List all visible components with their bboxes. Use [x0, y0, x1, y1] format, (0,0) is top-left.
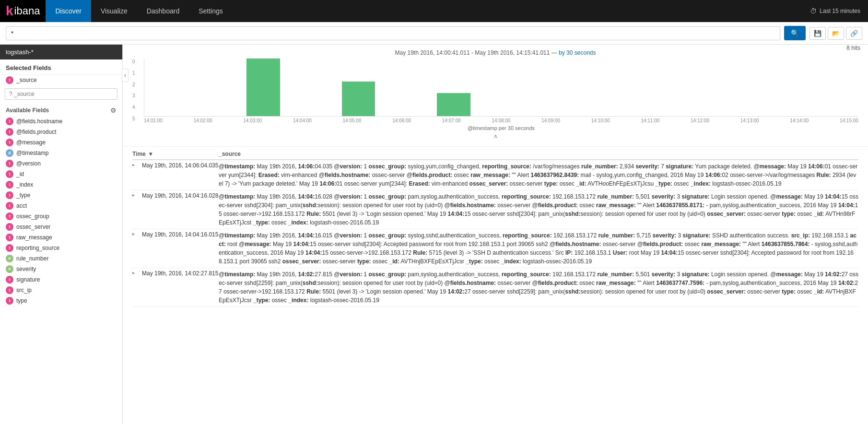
search-input[interactable]	[6, 26, 780, 40]
table-row: ▸ May 19th, 2016, 14:04:16.015 @timestam…	[132, 229, 858, 268]
logo: k ibana	[0, 0, 46, 22]
nav-item-visualize[interactable]: Visualize	[91, 0, 137, 22]
nav-item-discover[interactable]: Discover	[46, 0, 91, 22]
field-type-icon: t	[6, 160, 13, 167]
bar-slot	[335, 82, 382, 116]
field-item[interactable]: t _id +	[0, 169, 122, 179]
field-item[interactable]: t _type +	[0, 190, 122, 200]
field-type-icon: t	[6, 234, 13, 241]
search-bar: 🔍 💾 📂 🔗	[0, 22, 868, 45]
expand-button[interactable]: ▸	[132, 162, 142, 188]
results-area: Time ▾ _source ▸ May 19th, 2016, 14:06:0…	[123, 147, 868, 307]
field-item[interactable]: t src_ip +	[0, 285, 122, 295]
field-item[interactable]: t @version +	[0, 158, 122, 169]
chart-bars	[144, 59, 858, 117]
field-type-icon: t	[6, 286, 13, 294]
chart-bar[interactable]	[342, 82, 375, 116]
field-type-icon: d	[6, 149, 13, 157]
chart-bar[interactable]	[437, 93, 470, 116]
nav-time-label: Last 15 minutes	[820, 8, 860, 14]
field-item[interactable]: t acct +	[0, 200, 122, 211]
field-name: reporting_source	[16, 245, 59, 251]
field-name: severity	[16, 266, 36, 272]
field-item[interactable]: t _index +	[0, 179, 122, 190]
field-type-icon: t	[6, 223, 13, 231]
source-field-item[interactable]: t _source	[0, 75, 122, 85]
result-summary[interactable]: ▸ May 19th, 2016, 14:04:16.028 @timestam…	[132, 192, 858, 227]
field-type-icon: t	[6, 118, 13, 125]
table-row: ▸ May 19th, 2016, 14:06:04.035 @timestam…	[132, 160, 858, 190]
field-type-icon: t	[6, 212, 13, 220]
field-type-icon: t	[6, 181, 13, 188]
field-name: _type	[16, 192, 30, 199]
field-name: acct	[16, 202, 27, 209]
nav-time[interactable]: ⏱ Last 15 minutes	[810, 7, 868, 15]
field-type-icon: #	[6, 255, 13, 262]
result-source: @timestamp: May 19th 2016, 14:04:16.015 …	[219, 231, 858, 266]
sidebar-index[interactable]: logstash-*	[0, 45, 122, 59]
field-item[interactable]: d @timestamp +	[0, 148, 122, 158]
result-time: May 19th, 2016, 14:04:16.015	[142, 231, 219, 266]
fields-search-input[interactable]	[5, 88, 117, 100]
field-item[interactable]: t ossec_group +	[0, 211, 122, 222]
chart-bars-wrapper: 14:01:00 14:02:00 14:03:00 14:04:00 14:0…	[144, 59, 858, 131]
result-source: @timestamp: May 19th 2016, 14:04:16.028 …	[219, 192, 858, 227]
field-type-icon: #	[6, 265, 13, 273]
field-type-icon: t	[6, 244, 13, 252]
field-type-icon: t	[6, 191, 13, 199]
field-item[interactable]: # rule_number +	[0, 253, 122, 264]
field-item[interactable]: t @fields.hostname +	[0, 116, 122, 127]
field-name: @timestamp	[16, 150, 49, 156]
field-item[interactable]: t signature +	[0, 274, 122, 285]
field-item[interactable]: t reporting_source +	[0, 243, 122, 253]
result-summary[interactable]: ▸ May 19th, 2016, 14:02:27.815 @timestam…	[132, 270, 858, 305]
logo-k-letter: k	[6, 3, 13, 19]
sort-icon: ▾	[149, 151, 152, 157]
save-button[interactable]: 💾	[809, 27, 826, 40]
chart-container: 5 4 3 2 1 0 14:01:00 14:02:00 14:03:00 1…	[132, 59, 858, 131]
field-item[interactable]: t @fields.product +	[0, 127, 122, 137]
x-axis: 14:01:00 14:02:00 14:03:00 14:04:00 14:0…	[144, 117, 858, 123]
chart-bar[interactable]	[246, 59, 280, 116]
chart-x-label: @timestamp per 30 seconds	[144, 125, 858, 131]
nav-item-dashboard[interactable]: Dashboard	[137, 0, 189, 22]
chart-interval-link[interactable]: by 30 seconds	[559, 49, 596, 56]
expand-button[interactable]: ▸	[132, 270, 142, 305]
top-nav: k ibana Discover Visualize Dashboard Set…	[0, 0, 868, 22]
collapse-chart-button[interactable]: ∧	[132, 131, 858, 141]
field-name: src_ip	[16, 287, 32, 294]
field-name: ossec_server	[16, 224, 50, 230]
field-name: signature	[16, 276, 40, 283]
expand-button[interactable]: ▸	[132, 231, 142, 266]
nav-item-settings[interactable]: Settings	[189, 0, 233, 22]
field-type-icon: t	[6, 128, 13, 136]
field-item[interactable]: t @message +	[0, 137, 122, 148]
field-item[interactable]: t type +	[0, 295, 122, 306]
field-type-icon: t	[6, 170, 13, 178]
expand-button[interactable]: ▸	[132, 192, 142, 227]
result-summary[interactable]: ▸ May 19th, 2016, 14:06:04.035 @timestam…	[132, 162, 858, 188]
sidebar-search	[0, 85, 122, 103]
search-button[interactable]: 🔍	[784, 26, 806, 40]
result-rows: ▸ May 19th, 2016, 14:06:04.035 @timestam…	[132, 160, 858, 307]
collapse-sidebar-button[interactable]: ‹	[122, 69, 129, 82]
result-summary[interactable]: ▸ May 19th, 2016, 14:04:16.015 @timestam…	[132, 231, 858, 266]
load-button[interactable]: 📂	[828, 27, 844, 40]
logo-text: ibana	[14, 5, 40, 17]
result-time: May 19th, 2016, 14:06:04.035	[142, 162, 219, 188]
field-name: @fields.product	[16, 129, 57, 135]
col-time-header[interactable]: Time ▾	[132, 151, 219, 157]
result-source: @timestamp: May 19th 2016, 14:06:04.035 …	[219, 162, 858, 188]
result-time: May 19th, 2016, 14:04:16.028	[142, 192, 219, 227]
field-item[interactable]: t ossec_server +	[0, 222, 122, 232]
field-type-icon: t	[6, 276, 13, 283]
clock-icon: ⏱	[810, 7, 817, 15]
field-item[interactable]: # severity +	[0, 264, 122, 274]
hits-count: 8 hits	[846, 45, 860, 51]
field-name: rule_number	[16, 255, 48, 262]
share-button[interactable]: 🔗	[846, 27, 862, 40]
source-field-name: _source	[16, 77, 37, 83]
gear-button[interactable]: ⚙	[110, 106, 117, 114]
field-name: type	[16, 297, 27, 304]
field-item[interactable]: t raw_message +	[0, 232, 122, 243]
